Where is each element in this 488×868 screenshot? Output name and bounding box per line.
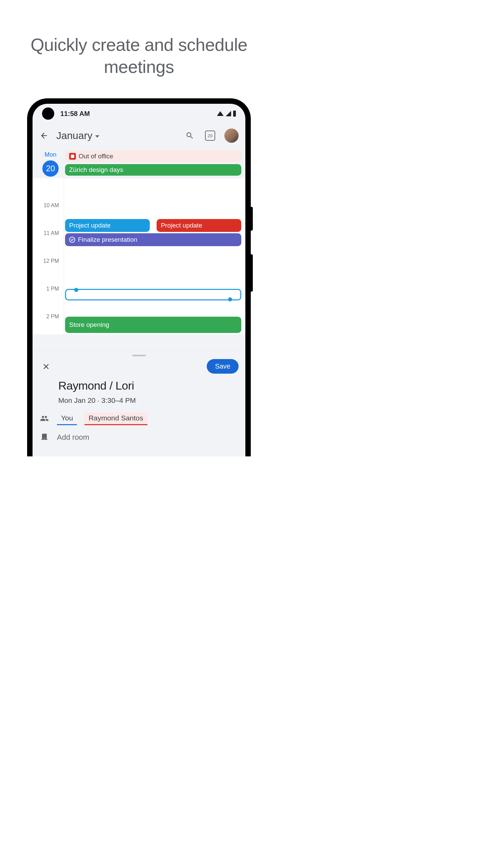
chevron-down-icon — [95, 135, 99, 138]
task-check-icon — [69, 237, 75, 243]
new-event-slot[interactable] — [65, 289, 241, 300]
event-project-update-red[interactable]: Project update — [157, 219, 241, 232]
calendar-header: January 20 — [33, 122, 245, 149]
time-label: 12 PM — [43, 258, 59, 264]
event-finalize-presentation[interactable]: Finalize presentation — [65, 233, 241, 246]
cellular-icon — [226, 111, 231, 116]
sheet-drag-handle[interactable] — [132, 355, 146, 356]
day-number: 20 — [42, 160, 59, 177]
promo-headline: Quickly create and schedule meetings — [0, 0, 278, 98]
save-button[interactable]: Save — [207, 359, 239, 374]
time-label: 10 AM — [44, 202, 59, 209]
phone-screen: 11:58 AM January 20 — [33, 104, 245, 456]
status-icons — [217, 111, 236, 117]
event-title[interactable]: Raymond / Lori — [58, 379, 239, 392]
event-label: Finalize presentation — [78, 236, 137, 243]
grid-line — [64, 178, 64, 334]
resize-handle-top[interactable] — [74, 288, 78, 292]
event-store-opening[interactable]: Store opening — [65, 317, 241, 333]
time-label: 11 AM — [44, 230, 59, 236]
people-icon — [39, 414, 49, 424]
account-avatar[interactable] — [224, 129, 239, 143]
camera-hole — [42, 107, 54, 120]
event-zurich-design-days[interactable]: Zürich design days — [65, 164, 241, 176]
time-label: 1 PM — [46, 286, 59, 292]
time-labels: 10 AM 11 AM 12 PM 1 PM 2 PM — [33, 178, 64, 334]
attendee-chip-you[interactable]: You — [57, 413, 77, 425]
weekday-label: Mon — [37, 151, 64, 158]
close-button[interactable] — [39, 360, 53, 373]
wifi-icon — [217, 111, 224, 116]
phone-frame: 11:58 AM January 20 — [27, 98, 251, 456]
ooo-icon — [69, 153, 76, 160]
resize-handle-bottom[interactable] — [228, 297, 232, 301]
timeline[interactable]: 10 AM 11 AM 12 PM 1 PM 2 PM Project upda… — [33, 178, 245, 334]
back-button[interactable] — [37, 129, 51, 142]
month-label: January — [56, 130, 93, 141]
add-room-row[interactable]: Add room — [58, 433, 239, 442]
event-label: Out of office — [79, 153, 113, 160]
attendees-row[interactable]: You Raymond Santos — [58, 413, 239, 425]
status-bar: 11:58 AM — [33, 104, 245, 122]
battery-icon — [233, 111, 236, 117]
time-label: 2 PM — [46, 314, 59, 320]
event-label: Project update — [161, 222, 202, 229]
phone-side-button — [251, 207, 253, 231]
event-create-sheet: Save Raymond / Lori Mon Jan 20 · 3:30–4 … — [33, 350, 245, 456]
add-room-label: Add room — [57, 433, 89, 442]
arrow-left-icon — [40, 131, 48, 140]
attendee-chip-raymond[interactable]: Raymond Santos — [84, 413, 147, 425]
today-button[interactable]: 20 — [203, 128, 218, 143]
month-picker[interactable]: January — [56, 130, 177, 141]
search-button[interactable] — [182, 128, 197, 143]
event-label: Project update — [69, 222, 111, 229]
day-column-header[interactable]: Mon 20 — [37, 149, 64, 180]
event-label: Store opening — [69, 321, 109, 329]
event-datetime[interactable]: Mon Jan 20 · 3:30–4 PM — [58, 396, 239, 405]
status-time: 11:58 AM — [60, 110, 217, 118]
all-day-events: Out of office Zürich design days — [64, 149, 245, 180]
events-area: Project update Project update Finalize p… — [65, 178, 241, 334]
calendar-today-icon: 20 — [205, 131, 215, 141]
phone-side-button — [251, 254, 253, 292]
search-icon — [185, 131, 194, 140]
close-icon — [42, 362, 50, 371]
event-project-update-blue[interactable]: Project update — [65, 219, 150, 232]
room-icon — [39, 433, 49, 442]
event-label: Zürich design days — [69, 166, 123, 174]
all-day-row: Mon 20 Out of office Zürich design days — [33, 149, 245, 180]
event-out-of-office[interactable]: Out of office — [65, 151, 241, 162]
